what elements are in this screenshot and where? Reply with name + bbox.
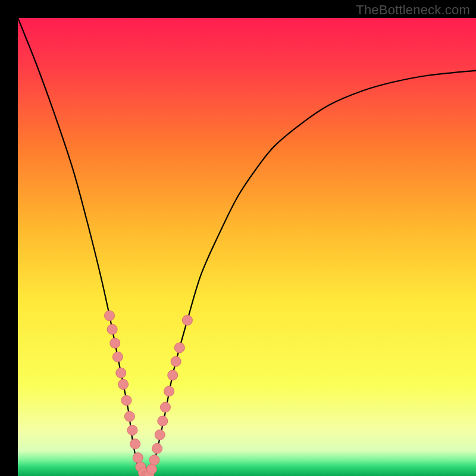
- curve-marker: [130, 439, 140, 449]
- chart-frame: TheBottleneck.com: [0, 0, 476, 476]
- chart-svg: [18, 18, 476, 476]
- curve-marker: [164, 386, 174, 396]
- curve-marker: [127, 425, 137, 436]
- curve-marker: [105, 311, 115, 321]
- curve-marker: [118, 380, 129, 390]
- curve-marker: [174, 343, 184, 353]
- curve-marker: [158, 416, 168, 426]
- bottleneck-curve: [18, 18, 476, 476]
- curve-markers: [105, 311, 193, 476]
- curve-marker: [112, 352, 123, 362]
- curve-marker: [110, 338, 120, 348]
- curve-marker: [152, 443, 162, 453]
- curve-marker: [182, 315, 192, 325]
- curve-marker: [124, 411, 134, 421]
- plot-area: [18, 18, 476, 476]
- curve-marker: [160, 402, 170, 412]
- curve-marker: [146, 464, 156, 474]
- curve-marker: [171, 356, 181, 367]
- curve-marker: [149, 455, 159, 465]
- curve-marker: [133, 453, 143, 463]
- curve-marker: [155, 430, 165, 440]
- curve-marker: [107, 324, 117, 334]
- watermark-text: TheBottleneck.com: [356, 2, 470, 18]
- curve-marker: [116, 368, 126, 378]
- curve-marker: [168, 370, 178, 380]
- curve-marker: [121, 395, 131, 405]
